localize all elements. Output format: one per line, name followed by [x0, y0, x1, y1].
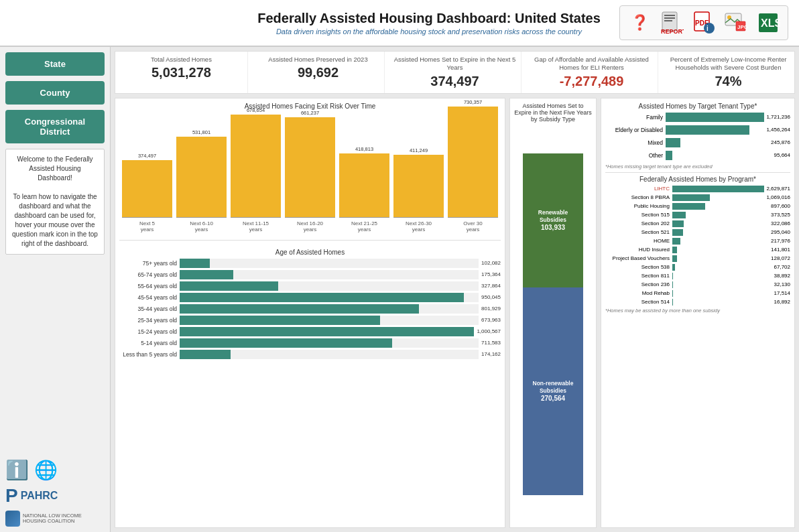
- tenant-label: Family: [605, 114, 666, 121]
- program-bar-row: Section 514 16,892: [605, 299, 790, 306]
- age-bar-row: 55-64 years old 327,864: [119, 281, 501, 291]
- program-note: *Homes may be assisted by more than one …: [605, 308, 790, 314]
- program-bar-row: Public Housing 897,600: [605, 203, 790, 210]
- excel-icon-btn[interactable]: XLS: [754, 9, 782, 37]
- right-panel: Assisted Homes by Target Tenant Type* Fa…: [601, 98, 795, 528]
- program-bar-track: [672, 255, 769, 262]
- summary-total-homes: Total Assisted Homes 5,031,278: [115, 52, 248, 93]
- age-bar-fill: [180, 327, 474, 336]
- age-bar-value: 673,963: [481, 317, 501, 323]
- program-value: 322,086: [771, 220, 790, 226]
- age-bar-fill: [180, 293, 464, 302]
- subsidy-chart: Assisted Homes Set to Expire in the Next…: [509, 98, 597, 528]
- summary-label-3: Gap of Affordable and Available Assisted…: [528, 56, 655, 72]
- summary-value-0: 5,031,278: [118, 65, 245, 80]
- age-bar-label: Less than 5 years old: [119, 351, 180, 358]
- program-bar-fill: [672, 203, 705, 210]
- program-label: HOME: [605, 238, 672, 244]
- web-icon[interactable]: 🌐: [34, 459, 58, 481]
- info-icon[interactable]: ℹ️: [5, 459, 29, 481]
- age-bar-row: 5-14 years old 711,583: [119, 338, 501, 348]
- program-bar-fill: [672, 238, 680, 245]
- summary-label-4: Percent of Extremely Low-Income Renter H…: [665, 56, 792, 72]
- bar-value-label: 374,497: [138, 153, 156, 159]
- header: Federally Assisted Housing Dashboard: Un…: [0, 0, 799, 47]
- age-horiz-bars: 75+ years old 102,082 65-74 years old 17…: [119, 259, 501, 359]
- tenant-type-chart: Assisted Homes by Target Tenant Type* Fa…: [601, 98, 795, 528]
- bar-axis: [339, 217, 389, 218]
- age-bar-row: 35-44 years old 801,929: [119, 304, 501, 314]
- tenant-bar-track: [666, 151, 772, 160]
- question-icon-btn[interactable]: ❓: [625, 9, 654, 37]
- bar-value-label: 730,357: [464, 99, 482, 105]
- age-bar-label: 75+ years old: [119, 260, 180, 267]
- program-bar-fill: [672, 273, 673, 279]
- program-value: 17,514: [774, 290, 790, 296]
- svg-text:i: i: [706, 25, 709, 32]
- program-bar-track: [672, 281, 772, 288]
- program-bar-row: Section 521 295,040: [605, 229, 790, 236]
- age-bar-track: [180, 304, 479, 314]
- program-value: 1,069,016: [766, 194, 790, 200]
- header-icons: ❓ REPORT PDFi JPG XLS: [619, 5, 788, 40]
- tenant-bar-fill: [666, 113, 764, 122]
- tenant-value: 1,721,236: [766, 114, 790, 120]
- tenant-bar-row: Other 95,664: [605, 151, 790, 160]
- exit-bar-group: 418,813 Next 21-25 years: [339, 146, 389, 233]
- bar-rect: [393, 155, 444, 217]
- bar-value-label: 411,249: [410, 147, 428, 153]
- bar-bottom-label: Next 6-10 years: [190, 220, 213, 233]
- county-button[interactable]: County: [5, 81, 105, 105]
- program-label: Section 811: [605, 273, 672, 279]
- age-bar-fill: [180, 259, 210, 268]
- tenant-bar-row: Elderly or Disabled 1,456,264: [605, 125, 790, 135]
- congressional-button[interactable]: Congressional District: [5, 110, 105, 143]
- age-bar-track: [180, 259, 479, 268]
- tenant-label: Elderly or Disabled: [605, 127, 666, 133]
- age-bar-fill: [180, 316, 380, 325]
- program-value: 67,702: [774, 264, 790, 270]
- tenant-value: 1,456,264: [766, 127, 790, 133]
- program-label: LIHTC: [605, 186, 672, 192]
- bar-rect: [122, 160, 172, 217]
- bar-value-label: 418,813: [355, 146, 373, 152]
- program-bar-fill: [672, 299, 673, 306]
- bar-rect: [285, 117, 335, 217]
- age-bar-row: Less than 5 years old 174,162: [119, 350, 501, 359]
- state-button[interactable]: State: [5, 52, 105, 76]
- report-icon-btn[interactable]: REPORT: [658, 9, 686, 37]
- summary-value-4: 74%: [665, 74, 792, 89]
- program-bar-row: Section 515 373,525: [605, 212, 790, 218]
- program-value: 217,976: [771, 238, 790, 244]
- tenant-label: Other: [605, 152, 666, 159]
- bar-rect: [339, 153, 389, 217]
- program-bar-fill: [672, 220, 684, 227]
- program-value: 897,600: [771, 203, 790, 209]
- bar-rect: [176, 137, 227, 217]
- program-label: Mod Rehab: [605, 290, 672, 296]
- age-bar-track: [180, 281, 479, 291]
- program-bar-row: HUD Insured 141,801: [605, 247, 790, 253]
- svg-text:XLS: XLS: [761, 17, 780, 29]
- nlihc-icon: [5, 511, 20, 527]
- program-bar-row: Section 202 322,086: [605, 220, 790, 227]
- program-bar-row: Project Based Vouchers 128,072: [605, 255, 790, 262]
- tenant-bar-row: Mixed 245,876: [605, 138, 790, 147]
- nonrenewable-value: 270,564: [541, 395, 565, 402]
- left-charts: Assisted Homes Facing Exit Risk Over Tim…: [115, 98, 505, 528]
- tenant-bar-fill: [666, 151, 672, 160]
- age-bar-fill: [180, 338, 392, 348]
- age-bar-value: 801,929: [481, 306, 501, 312]
- tenant-bar-track: [666, 138, 769, 147]
- summary-label-2: Assisted Homes Set to Expire in the Next…: [391, 56, 518, 72]
- age-bar-row: 15-24 years old 1,000,567: [119, 327, 501, 336]
- age-bar-value: 174,162: [481, 351, 501, 357]
- program-value: 373,525: [771, 212, 790, 218]
- pdf-icon-btn[interactable]: PDFi: [690, 9, 718, 37]
- image-icon-btn[interactable]: JPG: [722, 9, 750, 37]
- bar-axis: [448, 217, 498, 218]
- body-area: State County Congressional District Welc…: [0, 47, 799, 532]
- nlihc-logo[interactable]: NATIONAL LOW INCOME HOUSING COALITION: [5, 511, 105, 527]
- pahrc-logo[interactable]: P PAHRC: [5, 485, 105, 507]
- summary-gap: Gap of Affordable and Available Assisted…: [526, 52, 658, 93]
